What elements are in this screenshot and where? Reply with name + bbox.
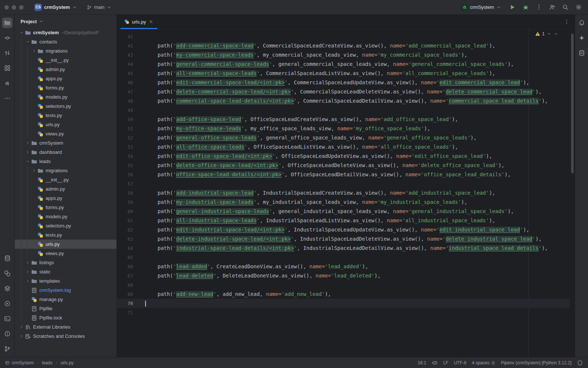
code-line-71[interactable]: 71 — [117, 308, 570, 317]
code-line-61[interactable]: 61 path('all-industrial-space-leads', In… — [117, 216, 570, 225]
code-line-58[interactable]: 58 path('add-industrial-space-lead', Ind… — [117, 188, 570, 198]
tool-button-structure[interactable] — [2, 63, 12, 73]
branch-selector[interactable]: main — [84, 3, 115, 11]
chevron-down-icon[interactable] — [18, 30, 24, 36]
tree-item-tests-py[interactable]: tests.py — [15, 230, 116, 240]
tree-item-leads[interactable]: leads — [15, 157, 116, 166]
tab-options-button[interactable] — [564, 19, 570, 25]
tool-button-ai-assistant[interactable] — [577, 33, 587, 43]
line-number[interactable]: 49 — [117, 106, 133, 115]
line-number[interactable]: 59 — [117, 198, 133, 207]
code-line-62[interactable]: 62 path('edit-industrial-space-lead/<int… — [117, 225, 570, 234]
tree-item-static[interactable]: static — [15, 267, 116, 276]
tree-item-migrations[interactable]: migrations — [15, 166, 116, 175]
tree-item-migrations[interactable]: migrations — [15, 46, 116, 56]
tree-item-admin-py[interactable]: admin.py — [15, 184, 116, 194]
tree-item-models-py[interactable]: models.py — [15, 92, 116, 102]
tree-item-selectors-py[interactable]: selectors.py — [15, 102, 116, 111]
chevron-right-icon[interactable] — [31, 48, 37, 54]
line-number[interactable]: 43 — [117, 50, 133, 60]
tree-item-views-py[interactable]: views.py — [15, 249, 116, 258]
more-actions-button[interactable] — [534, 2, 544, 13]
code-line-63[interactable]: 63 path('delete-industrial-space-lead/<i… — [117, 234, 570, 244]
close-tab-icon[interactable] — [148, 19, 154, 24]
code-with-me-button[interactable] — [547, 2, 557, 13]
prev-problem-button[interactable] — [546, 31, 552, 36]
code-line-47[interactable]: 47 path('delete-commercial-space-lead/<i… — [117, 87, 570, 96]
line-number[interactable]: 41 — [117, 32, 133, 41]
tool-button-python-packages[interactable] — [2, 268, 12, 279]
tool-button-services[interactable] — [2, 298, 12, 309]
tree-item-apps-py[interactable]: apps.py — [15, 74, 116, 83]
project-selector[interactable]: CS crmSystem — [32, 2, 80, 13]
minimize-window-button[interactable] — [12, 5, 16, 10]
line-number[interactable]: 71 — [117, 308, 133, 317]
chevron-right-icon[interactable] — [18, 324, 24, 330]
line-number[interactable]: 62 — [117, 225, 133, 234]
line-number[interactable]: 60 — [117, 207, 133, 216]
code-line-65[interactable]: 65 — [117, 253, 570, 262]
tree-item-views-py[interactable]: views.py — [15, 129, 116, 138]
tool-button-dependencies[interactable] — [2, 283, 12, 294]
inspections-widget[interactable]: 1 — [535, 31, 559, 36]
code-line-60[interactable]: 60 path('general-industrial-space-leads'… — [117, 207, 570, 216]
tree-item-init-py[interactable]: __init__.py — [15, 175, 116, 184]
tree-item-scratches-and-consoles[interactable]: Scratches and Consoles — [15, 332, 116, 341]
line-number[interactable]: 64 — [117, 244, 133, 253]
code-editor[interactable]: 4142 path('add-commercial-space-lead', C… — [117, 29, 575, 357]
line-number[interactable]: 42 — [117, 41, 133, 50]
tree-item-admin-py[interactable]: admin.py — [15, 65, 116, 74]
code-line-66[interactable]: 66 path('lead-added', CreateLeadDoneView… — [117, 262, 570, 271]
code-line-52[interactable]: 52 path('general-office-space-leads', ge… — [117, 133, 570, 142]
chevron-right-icon[interactable] — [25, 149, 31, 155]
line-number[interactable]: 69 — [117, 290, 133, 299]
tool-button-problems[interactable] — [2, 329, 12, 339]
chevron-down-icon[interactable] — [25, 159, 31, 164]
chevron-down-icon[interactable] — [25, 39, 31, 45]
debug-button[interactable] — [520, 2, 531, 13]
chevron-right-icon[interactable] — [18, 333, 24, 339]
line-number[interactable]: 57 — [117, 179, 133, 188]
code-line-43[interactable]: 43 path('my-commercial-space-leads', my_… — [117, 50, 570, 60]
ide-protection-icon[interactable] — [577, 360, 583, 366]
code-line-59[interactable]: 59 path('my-industrial-space-leads', my_… — [117, 198, 570, 207]
tool-button-pull-requests[interactable] — [2, 48, 12, 58]
code-line-41[interactable]: 41 — [117, 32, 570, 41]
line-number[interactable]: 68 — [117, 280, 133, 290]
tree-item-manage-py[interactable]: manage.py — [15, 295, 116, 304]
line-number[interactable]: 48 — [117, 96, 133, 106]
tool-button-version-control[interactable] — [2, 344, 12, 354]
code-line-50[interactable]: 50 path('add-office-space-lead', OfficeS… — [117, 115, 570, 124]
tree-item-init-py[interactable]: __init__.py — [15, 56, 116, 65]
line-number[interactable]: 70 — [117, 299, 133, 308]
tool-button-more-tool-windows[interactable] — [2, 93, 12, 103]
chevron-right-icon[interactable] — [25, 260, 31, 266]
breadcrumb-item-urls-py[interactable]: urls.py — [61, 360, 74, 365]
tree-item-forms-py[interactable]: forms.py — [15, 83, 116, 92]
tree-item-apps-py[interactable]: apps.py — [15, 194, 116, 203]
line-number[interactable]: 52 — [117, 133, 133, 142]
line-number[interactable]: 53 — [117, 142, 133, 152]
line-number[interactable]: 56 — [117, 170, 133, 179]
breadcrumb-item-crmsystem[interactable]: crmSystem — [12, 360, 34, 365]
chevron-right-icon[interactable] — [25, 269, 31, 275]
line-number[interactable]: 55 — [117, 161, 133, 170]
tree-item-external-libraries[interactable]: External Libraries — [15, 322, 116, 332]
code-line-42[interactable]: 42 path('add-commercial-space-lead', Com… — [117, 41, 570, 50]
project-panel-header[interactable]: Project — [15, 15, 116, 28]
code-line-70[interactable]: 70 — [117, 299, 570, 308]
code-line-49[interactable]: 49 — [117, 106, 570, 115]
code-line-68[interactable]: 68 — [117, 280, 570, 290]
code-line-67[interactable]: 67 path('lead-deleted', DeleteLeadDoneVi… — [117, 271, 570, 280]
line-number[interactable]: 66 — [117, 262, 133, 271]
line-number[interactable]: 63 — [117, 234, 133, 244]
tree-item-pipfile-lock[interactable]: Pipfile.lock — [15, 313, 116, 322]
tool-button-notifications[interactable] — [577, 18, 587, 28]
tree-item-urls-py[interactable]: urls.py — [15, 240, 116, 249]
code-line-53[interactable]: 53 path('all-office-space-leads', Office… — [117, 142, 570, 152]
code-line-45[interactable]: 45 path('all-commercial-space-leads', Co… — [117, 69, 570, 78]
tool-button-terminal[interactable] — [2, 314, 12, 324]
code-line-56[interactable]: 56 path('office-space-lead-details/<int:… — [117, 170, 570, 179]
line-number[interactable]: 47 — [117, 87, 133, 96]
zoom-window-button[interactable] — [19, 5, 24, 10]
